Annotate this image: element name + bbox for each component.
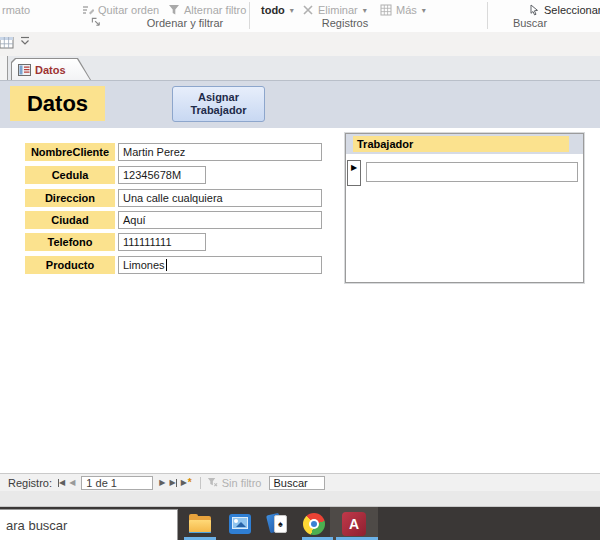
tab-datos[interactable]: Datos [11,58,91,80]
telefono-input[interactable]: 111111111 [118,233,206,251]
registro-label: Registro: [8,477,52,489]
subform-title: Trabajador [353,136,569,152]
field-label: Direccion [25,189,115,207]
record-navigator: Registro: ◀ ◀ 1 de 1 ▶ ▶ ▶* Sin filtro B… [0,473,600,491]
solitaire-icon[interactable]: ♠ [266,512,290,536]
seleccionar-label: Seleccionar [544,4,600,16]
form-detail: NombreCliente Martin Perez Cedula 123456… [0,128,600,473]
field-label: NombreCliente [25,143,115,161]
buscar-label: Buscar [273,477,307,489]
windows-taskbar: ara buscar ♠ A [0,507,600,540]
field-label: Telefono [25,233,115,251]
chevron-down-icon: ▾ [290,6,294,15]
ribbon: rmato Quitar orden Alternar filtro Orden… [0,0,600,33]
access-icon[interactable]: A [342,512,366,536]
record-position: 1 de 1 [86,477,117,489]
access-window: rmato Quitar orden Alternar filtro Orden… [0,0,600,540]
text-cursor [166,259,167,271]
qat-customize-icon[interactable] [20,36,30,48]
last-record-button[interactable]: ▶ [168,478,179,487]
field-label: Producto [25,256,115,274]
spade-glyph: ♠ [278,519,283,529]
ciudad-input[interactable]: Aquí [118,211,322,229]
chrome-icon[interactable] [302,512,326,536]
field-row-telefono: Telefono 111111111 [25,233,206,251]
alternar-filtro-label: Alternar filtro [184,4,246,16]
chevron-down-icon: ▾ [363,6,367,15]
asignar-trabajador-button[interactable]: Asignar Trabajador [172,86,265,122]
record-selector-arrow[interactable]: ▶ [347,160,361,186]
taskbar-search-input[interactable]: ara buscar [0,509,178,540]
chevron-down-icon: ▾ [422,6,426,15]
sin-filtro-label: Sin filtro [222,477,262,489]
record-search-input[interactable]: Buscar [269,476,325,490]
actualizar-todo-label: todo [261,4,285,16]
quitar-orden-button[interactable]: Quitar orden [82,2,159,18]
direccion-input[interactable]: Una calle cualquiera [118,189,322,207]
cedula-input[interactable]: 12345678M [118,166,206,184]
field-value: Aquí [123,214,146,226]
field-row-producto: Producto Limones [25,256,322,274]
quitar-orden-label: Quitar orden [98,4,159,16]
mas-label: Más [396,4,417,16]
field-label: Ciudad [25,211,115,229]
first-record-button[interactable]: ◀ [56,478,67,487]
previous-record-button[interactable]: ◀ [67,478,77,487]
formato-partial-text: rmato [2,4,30,16]
field-value: Una calle cualquiera [123,192,223,204]
dialog-launcher-icon[interactable] [91,17,103,29]
field-value: 12345678M [123,169,181,181]
eliminar-button[interactable]: Eliminar ▾ [302,2,367,18]
asignar-label-line1: Asignar [198,91,239,104]
select-pointer-icon [528,4,540,16]
sin-filtro-button[interactable]: Sin filtro [207,477,262,489]
filter-funnel-icon [168,4,180,16]
new-record-button[interactable]: ▶* [179,477,194,488]
next-record-button[interactable]: ▶ [157,478,167,487]
nombrecliente-input[interactable]: Martin Perez [118,143,322,161]
trabajador-subform: Trabajador ▶ [345,133,584,283]
field-value: Martin Perez [123,146,185,158]
navigator-separator [200,477,201,489]
quick-access-toolbar [0,32,600,57]
remove-sort-icon [82,4,94,16]
alternar-filtro-button[interactable]: Alternar filtro [168,2,246,18]
document-tab-strip: Datos [0,56,600,80]
seleccionar-button[interactable]: Seleccionar [528,2,600,18]
no-filter-icon [207,477,218,488]
field-value: Limones [123,259,165,271]
field-label: Cedula [25,166,115,184]
field-row-direccion: Direccion Una calle cualquiera [25,189,322,207]
record-position-box[interactable]: 1 de 1 [81,476,153,490]
ribbon-separator [249,2,250,29]
tab-datos-label: Datos [35,64,66,76]
status-bar [0,491,600,507]
formato-partial-label: rmato [2,2,30,18]
file-explorer-icon[interactable] [188,512,212,536]
more-grid-icon [380,4,392,16]
group-label-registros: Registros [290,17,400,30]
group-label-ordenar-y-filtrar: Ordenar y filtrar [120,17,250,30]
delete-x-icon [302,4,314,16]
tab-datos-inner[interactable]: Datos [12,59,90,80]
form-icon [18,64,30,76]
trabajador-input[interactable] [366,162,578,182]
form-title: Datos [10,86,105,121]
access-letter: A [349,516,359,532]
datasheet-icon[interactable] [0,37,14,51]
form-header: Datos Asignar Trabajador [0,80,600,128]
photos-app-icon[interactable] [228,512,252,536]
field-row-cedula: Cedula 12345678M [25,166,206,184]
mas-button[interactable]: Más ▾ [380,2,426,18]
subform-header: Trabajador [346,134,583,154]
field-value: 111111111 [123,236,172,248]
ribbon-separator [487,2,488,29]
field-row-nombrecliente: NombreCliente Martin Perez [25,143,322,161]
eliminar-label: Eliminar [318,4,358,16]
taskbar-search-text: ara buscar [6,518,67,533]
new-record-star-icon: * [188,477,192,488]
field-row-ciudad: Ciudad Aquí [25,211,322,229]
asignar-label-line2: Trabajador [190,104,246,117]
producto-input[interactable]: Limones [118,256,322,274]
actualizar-todo-button[interactable]: todo ▾ [261,2,294,18]
